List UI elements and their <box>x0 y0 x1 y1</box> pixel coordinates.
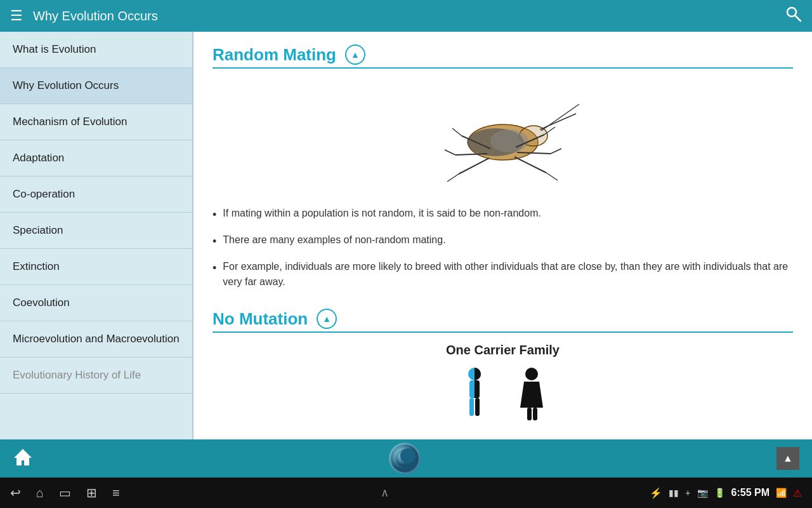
section2-header: No Mutation ▲ <box>213 309 793 329</box>
system-bar: ↩ ⌂ ▭ ⊞ ≡ ∧ ⚡ ▮▮ + 📷 🔋 6:55 PM 📶 ⚠ <box>0 478 812 508</box>
header-title: Why Evolution Occurs <box>33 9 785 23</box>
main-area: What is Evolution Why Evolution Occurs M… <box>0 32 812 439</box>
carrier-figures <box>455 366 551 424</box>
search-icon[interactable] <box>785 6 802 26</box>
svg-line-1 <box>795 15 801 21</box>
normal-female-figure <box>513 366 551 424</box>
carrier-title: One Carrier Family <box>446 343 560 358</box>
carrier-family: One Carrier Family <box>213 343 793 424</box>
sidebar-item-co-operation[interactable]: Co-operation <box>0 177 192 213</box>
svg-point-28 <box>525 368 538 380</box>
home-button[interactable] <box>13 446 33 471</box>
center-chevron: ∧ <box>381 486 389 500</box>
svg-marker-32 <box>14 449 32 465</box>
menu-icon[interactable]: ☰ <box>10 8 23 24</box>
battery-icon: 🔋 <box>714 488 725 498</box>
sidebar-item-speciation[interactable]: Speciation <box>0 213 192 249</box>
sidebar-item-adaptation[interactable]: Adaptation <box>0 140 192 177</box>
carrier-male-figure <box>455 366 494 424</box>
svg-rect-30 <box>527 408 532 420</box>
home-sys-icon[interactable]: ⌂ <box>36 486 44 500</box>
system-status: ⚡ ▮▮ + 📷 🔋 6:55 PM 📶 ⚠ <box>650 487 802 499</box>
center-logo <box>389 443 421 474</box>
bullet-2: • There are many examples of non-random … <box>213 232 793 250</box>
section1-title: Random Mating <box>213 45 336 65</box>
svg-rect-31 <box>533 408 537 420</box>
recents-icon[interactable]: ▭ <box>59 485 71 500</box>
sidebar-item-microevolution-macroevolution[interactable]: Microevolution and Macroevolution <box>0 321 192 358</box>
svg-point-35 <box>400 448 416 464</box>
sidebar-item-mechanism-of-evolution[interactable]: Mechanism of Evolution <box>0 104 192 140</box>
svg-rect-27 <box>475 398 480 416</box>
sidebar-item-extinction[interactable]: Extinction <box>0 249 192 285</box>
svg-line-18 <box>551 149 561 154</box>
section1-header: Random Mating ▲ <box>213 44 793 65</box>
bullet-3: • For example, individuals are more like… <box>213 259 793 290</box>
svg-marker-29 <box>520 382 543 408</box>
svg-line-10 <box>459 158 489 174</box>
back-icon[interactable]: ↩ <box>10 485 21 500</box>
bullet-1: • If mating within a population is not r… <box>213 206 793 224</box>
section1-bullets: • If mating within a population is not r… <box>213 206 793 290</box>
sidebar-item-coevolution[interactable]: Coevolution <box>0 285 192 321</box>
section2-scroll-up[interactable]: ▲ <box>317 309 337 329</box>
cockroach-image <box>213 79 793 193</box>
section1-scroll-up[interactable]: ▲ <box>345 44 365 65</box>
usb-icon: ⚡ <box>650 487 662 499</box>
plus-icon: + <box>685 488 690 498</box>
scroll-up-button[interactable]: ▲ <box>776 447 799 470</box>
section1-divider <box>213 67 793 69</box>
svg-rect-24 <box>469 398 474 416</box>
sidebar: What is Evolution Why Evolution Occurs M… <box>0 32 193 439</box>
svg-point-5 <box>490 130 528 152</box>
menu-sys-icon[interactable]: ≡ <box>112 486 120 500</box>
svg-line-14 <box>452 128 462 136</box>
sidebar-item-what-is-evolution[interactable]: What is Evolution <box>0 32 192 68</box>
screenshot-icon: 📷 <box>697 488 708 498</box>
sidebar-item-evolutionary-history[interactable]: Evolutionary History of Life <box>0 358 192 394</box>
system-nav-icons: ↩ ⌂ ▭ ⊞ ≡ <box>10 485 120 500</box>
header-bar: ☰ Why Evolution Occurs <box>0 0 812 32</box>
warning-icon: ⚠ <box>793 487 802 499</box>
system-time: 6:55 PM <box>731 487 769 498</box>
section2-divider <box>213 331 793 333</box>
wifi-icon: 📶 <box>776 488 787 498</box>
svg-line-7 <box>540 114 576 130</box>
system-center: ∧ <box>120 486 650 500</box>
svg-line-13 <box>514 157 546 173</box>
bottom-bar: ▲ <box>0 439 812 478</box>
svg-line-15 <box>445 150 455 155</box>
sidebar-item-why-evolution-occurs[interactable]: Why Evolution Occurs <box>0 68 192 104</box>
svg-line-19 <box>546 173 558 180</box>
content-panel: Random Mating ▲ <box>193 32 812 439</box>
grid-icon[interactable]: ⊞ <box>86 485 97 500</box>
svg-line-16 <box>447 174 459 182</box>
section2-title: No Mutation <box>213 309 308 329</box>
signal-icon: ▮▮ <box>669 488 679 498</box>
